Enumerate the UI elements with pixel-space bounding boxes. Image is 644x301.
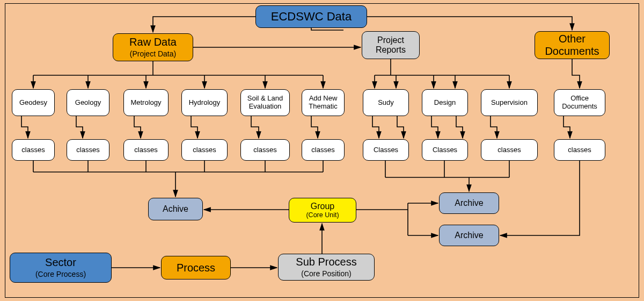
classes-1-label: classes — [21, 146, 45, 154]
node-soil-land: Soil & Land Evaluation — [240, 89, 290, 116]
sub-process-main: Sub Process — [296, 256, 356, 268]
node-achive: Achive — [148, 198, 203, 220]
classes-3-label: classes — [134, 146, 157, 154]
hydrology-label: Hydrology — [189, 99, 221, 107]
office-docs-line2: Documents — [562, 103, 597, 111]
archive-1-label: Archive — [455, 198, 483, 208]
node-sudy: Sudy — [363, 89, 409, 116]
node-classes-5: classes — [240, 139, 290, 161]
node-hydrology: Hydrology — [181, 89, 228, 116]
raw-data-sub: (Project Data) — [130, 49, 176, 58]
node-classes-1: classes — [12, 139, 55, 161]
project-reports-line2: Reports — [376, 45, 406, 55]
geology-label: Geology — [75, 99, 101, 107]
node-archive-1: Archive — [439, 192, 499, 214]
classes-2-label: classes — [76, 146, 99, 154]
classes-4-label: classes — [193, 146, 216, 154]
node-project-reports: Project Reports — [362, 31, 420, 59]
node-sector: Sector (Core Process) — [10, 253, 112, 283]
office-docs-line1: Office — [570, 95, 589, 103]
other-docs-line2: Documents — [545, 45, 599, 58]
node-classes-7: Classes — [363, 139, 409, 161]
node-classes-6: classes — [302, 139, 345, 161]
classes-10-label: classes — [568, 146, 591, 154]
sector-sub: (Core Process) — [35, 270, 86, 278]
add-new-line2: Thematic — [309, 103, 337, 111]
node-classes-10: classes — [554, 139, 605, 161]
classes-8-label: Classes — [433, 146, 457, 154]
add-new-line1: Add New — [309, 95, 338, 103]
node-classes-2: classes — [67, 139, 109, 161]
classes-9-label: classes — [497, 146, 521, 154]
achive-label: Achive — [163, 204, 188, 214]
node-raw-data: Raw Data (Project Data) — [113, 33, 193, 61]
project-reports-line1: Project — [377, 35, 404, 45]
node-geology: Geology — [67, 89, 109, 116]
node-classes-9: classes — [481, 139, 538, 161]
archive-2-label: Archive — [455, 231, 483, 240]
metrology-label: Metrology — [130, 99, 161, 107]
node-office-documents: Office Documents — [554, 89, 605, 116]
soil-land-line1: Soil & Land — [247, 95, 283, 103]
soil-land-line2: Evaluation — [249, 103, 282, 111]
node-supervision: Supervision — [481, 89, 538, 116]
node-ecdswc-data: ECDSWC Data — [255, 5, 367, 28]
node-design: Design — [422, 89, 468, 116]
node-sub-process: Sub Process (Core Position) — [278, 254, 375, 281]
node-add-new-thematic: Add New Thematic — [302, 89, 345, 116]
sudy-label: Sudy — [378, 99, 394, 107]
title-text: ECDSWC Data — [271, 10, 352, 23]
group-sub: (Core Unit) — [306, 211, 339, 219]
classes-7-label: Classes — [374, 146, 398, 154]
sector-main: Sector — [45, 256, 76, 269]
classes-5-label: classes — [253, 146, 276, 154]
design-label: Design — [434, 99, 456, 107]
geodesy-label: Geodesy — [19, 99, 47, 107]
node-other-documents: Other Documents — [535, 31, 610, 59]
other-docs-line1: Other — [559, 33, 586, 45]
raw-data-main: Raw Data — [129, 36, 177, 48]
node-group: Group (Core Unit) — [289, 198, 356, 223]
node-archive-2: Archive — [439, 225, 499, 246]
node-process: Process — [161, 256, 231, 280]
process-label: Process — [177, 262, 215, 274]
node-metrology: Metrology — [123, 89, 169, 116]
group-main: Group — [311, 202, 334, 211]
supervision-label: Supervision — [491, 99, 528, 107]
classes-6-label: classes — [311, 146, 334, 154]
sub-process-sub: (Core Position) — [301, 269, 351, 278]
node-classes-4: classes — [181, 139, 228, 161]
node-classes-8: Classes — [422, 139, 468, 161]
node-geodesy: Geodesy — [12, 89, 55, 116]
node-classes-3: classes — [123, 139, 169, 161]
